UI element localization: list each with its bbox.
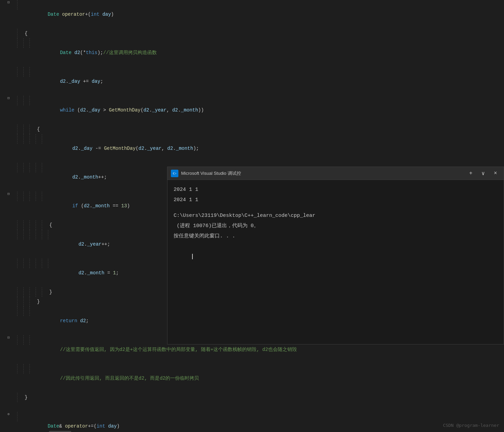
line-5: ⊟ while (d2._day > GetMonthDay(d2._year,… bbox=[0, 96, 504, 125]
fold-btn-1[interactable]: ⊟ bbox=[6, 0, 11, 5]
line-17: //因此传引用返回, 而且返回的不是d2, 而是d2的一份临时拷贝 bbox=[0, 364, 504, 393]
terminal-chevron-btn[interactable]: ∨ bbox=[478, 169, 488, 178]
terminal-app-icon: C> bbox=[171, 170, 178, 177]
terminal-title: Microsoft Visual Studio 调试控 bbox=[181, 170, 463, 176]
fold-btn-9[interactable]: ⊟ bbox=[6, 192, 11, 196]
terminal-blank-1 bbox=[174, 205, 497, 211]
line-18: } bbox=[0, 393, 504, 402]
svg-text:C>: C> bbox=[173, 172, 177, 175]
line-1: ⊟ Date operator+(int day) bbox=[0, 0, 504, 29]
terminal-add-btn[interactable]: + bbox=[466, 169, 476, 178]
terminal-cursor-line bbox=[174, 241, 497, 272]
watermark: CSDN @program-learner bbox=[443, 423, 499, 428]
terminal-output-line-5: 按任意键关闭此窗口. . . bbox=[174, 231, 497, 241]
line-2: { bbox=[0, 29, 504, 38]
terminal-output-line-2: 2024 1 1 bbox=[174, 195, 497, 205]
fold-btn-16[interactable]: ⊟ bbox=[6, 335, 11, 340]
terminal-titlebar: C> Microsoft Visual Studio 调试控 + ∨ × bbox=[167, 167, 504, 180]
terminal-close-btn[interactable]: × bbox=[491, 169, 500, 178]
fold-btn-5[interactable]: ⊟ bbox=[6, 96, 11, 101]
terminal-output-line-4: (进程 10076)已退出，代码为 0。 bbox=[174, 221, 497, 231]
line-20: ⊕ Date& operator+=(int day) { ... } bbox=[0, 412, 504, 432]
terminal-output-line-1: 2024 1 1 bbox=[174, 185, 497, 195]
line-7: d2._day -= GetMonthDay(d2._year, d2._mon… bbox=[0, 134, 504, 163]
line-3: Date d2(*this);//这里调用拷贝构造函数 bbox=[0, 38, 504, 67]
fold-btn-20[interactable]: ⊕ bbox=[6, 412, 11, 417]
terminal-output-line-3: C:\Users\23119\Desktop\C++_learn_code\cp… bbox=[174, 211, 497, 221]
line-4: d2._day += day; bbox=[0, 67, 504, 96]
line-6: { bbox=[0, 125, 504, 134]
terminal-cursor bbox=[192, 254, 193, 259]
terminal-window: C> Microsoft Visual Studio 调试控 + ∨ × 202… bbox=[167, 167, 504, 344]
terminal-body: 2024 1 1 2024 1 1 C:\Users\23119\Desktop… bbox=[167, 180, 504, 344]
line-19 bbox=[0, 402, 504, 412]
